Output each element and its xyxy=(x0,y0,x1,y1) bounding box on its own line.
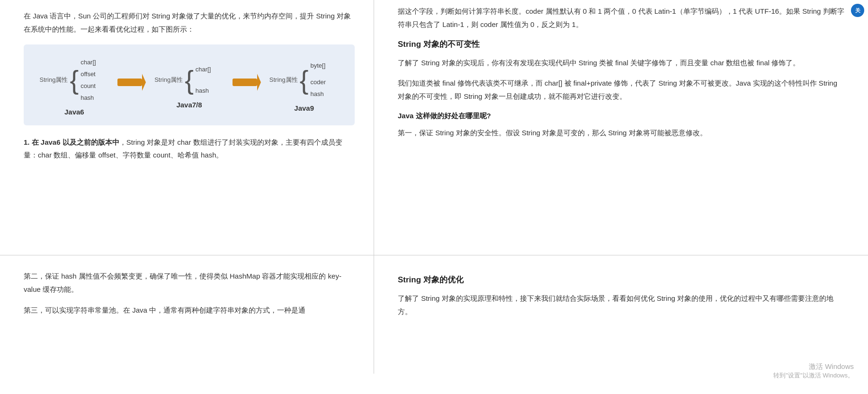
bottom-right-column: String 对象的优化 了解了 String 对象的实现原理和特性，接下来我们… xyxy=(374,255,868,374)
java9-field-4: hash xyxy=(311,90,339,97)
bottom-left-column: 第二，保证 hash 属性值不会频繁变更，确保了唯一性，使得类似 HashMap… xyxy=(0,255,374,374)
arrow-1 xyxy=(117,74,146,91)
java9-field-3: coder xyxy=(311,79,339,86)
java9-block: String属性 { byte[] coder hash Java9 xyxy=(269,62,339,112)
java6-struct: String属性 { char[] offset count hash xyxy=(39,59,109,101)
optimization-p1: 了解了 String 对象的实现原理和特性，接下来我们就结合实际场景，看看如何优… xyxy=(398,292,844,318)
diagram-container: String属性 { char[] offset count hash Java… xyxy=(24,44,355,125)
left-column: 在 Java 语言中，Sun 公司的工程师们对 String 对象做了大量的优化… xyxy=(0,0,374,255)
svg-rect-0 xyxy=(117,79,142,86)
badge-label: 关 xyxy=(855,7,860,14)
java6-field-1: char[] xyxy=(81,59,109,66)
java9-field-1: byte[] xyxy=(311,62,339,69)
bottom-p2: 第二，保证 hash 属性值不会频繁变更，确保了唯一性，使得类似 HashMap… xyxy=(24,270,355,296)
arrow-1-icon xyxy=(117,74,146,91)
coder-intro-para: 据这个字段，判断如何计算字符串长度。coder 属性默认有 0 和 1 两个值，… xyxy=(398,5,844,31)
java78-brace: { xyxy=(185,67,194,93)
java9-label: Java9 xyxy=(294,104,314,112)
java6-brace: { xyxy=(70,67,79,93)
point1-para: 1. 在 Java6 以及之前的版本中，String 对象是对 char 数组进… xyxy=(24,136,355,162)
java9-fields: byte[] coder hash xyxy=(311,62,339,97)
bottom-p3: 第三，可以实现字符串常量池。在 Java 中，通常有两种创建字符串对象的方式，一… xyxy=(24,304,355,317)
java6-field-3: count xyxy=(81,82,109,89)
java78-struct-label: String属性 xyxy=(154,76,183,84)
arrow-2-icon xyxy=(233,74,261,91)
java78-field-1: char[] xyxy=(196,66,224,73)
badge-top-right[interactable]: 关 xyxy=(851,4,864,17)
bottom-section: 第二，保证 hash 属性值不会频繁变更，确保了唯一性，使得类似 HashMap… xyxy=(0,255,868,374)
java78-label: Java7/8 xyxy=(176,101,202,109)
java6-label: Java6 xyxy=(64,108,84,116)
java6-block: String属性 { char[] offset count hash Java… xyxy=(39,59,109,116)
benefit-p1: 第一，保证 String 对象的安全性。假设 String 对象是可变的，那么 … xyxy=(398,126,844,140)
page-wrapper: 在 Java 语言中，Sun 公司的工程师们对 String 对象做了大量的优化… xyxy=(0,0,868,374)
java78-field-4: hash xyxy=(196,87,224,94)
java6-fields: char[] offset count hash xyxy=(81,59,109,101)
java6-field-2: offset xyxy=(81,70,109,78)
point1-strong: 1. 在 Java6 以及之前的版本中 xyxy=(24,138,119,146)
svg-rect-2 xyxy=(233,79,257,86)
right-column: 关 据这个字段，判断如何计算字符串长度。coder 属性默认有 0 和 1 两个… xyxy=(374,0,868,255)
java78-fields: char[] hash xyxy=(196,66,224,94)
immutability-heading: String 对象的不可变性 xyxy=(398,39,844,50)
java9-brace: { xyxy=(300,67,309,93)
java9-struct: String属性 { byte[] coder hash xyxy=(269,62,339,97)
svg-marker-1 xyxy=(142,74,146,91)
benefit-heading: Java 这样做的好处在哪里呢? xyxy=(398,112,844,121)
java9-struct-label: String属性 xyxy=(269,76,298,84)
top-section: 在 Java 语言中，Sun 公司的工程师们对 String 对象做了大量的优化… xyxy=(0,0,868,255)
diagram-boxes: String属性 { char[] offset count hash Java… xyxy=(33,59,345,116)
optimization-heading: String 对象的优化 xyxy=(398,274,844,285)
svg-marker-3 xyxy=(257,74,261,91)
intro-para: 在 Java 语言中，Sun 公司的工程师们对 String 对象做了大量的优化… xyxy=(24,9,355,36)
java78-block: String属性 { char[] hash Java7/8 xyxy=(154,66,224,109)
java6-field-4: hash xyxy=(81,94,109,101)
java78-struct: String属性 { char[] hash xyxy=(154,66,224,94)
java6-struct-label: String属性 xyxy=(39,76,68,84)
immutability-p1: 了解了 String 对象的实现后，你有没有发现在实现代码中 String 类被… xyxy=(398,56,844,70)
immutability-p2: 我们知道类被 final 修饰代表该类不可继承，而 char[] 被 final… xyxy=(398,77,844,103)
arrow-2 xyxy=(233,74,261,91)
